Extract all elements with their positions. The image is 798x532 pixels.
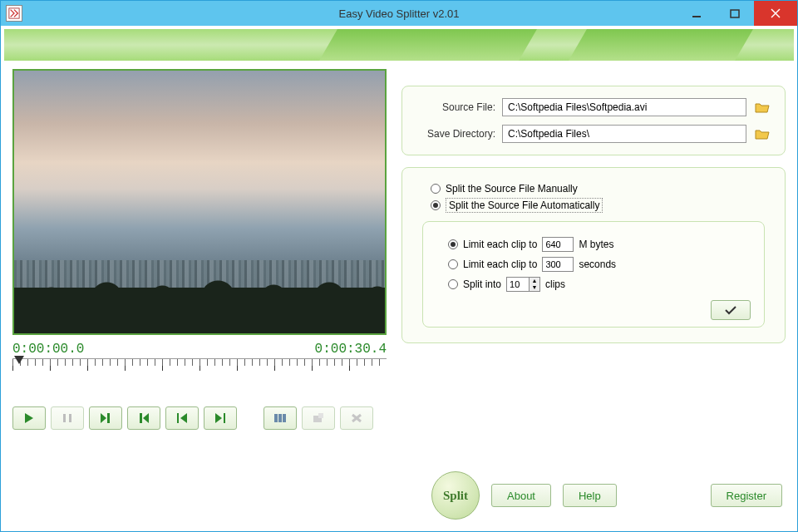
app-icon xyxy=(6,5,22,22)
svg-rect-7 xyxy=(69,414,71,422)
video-preview xyxy=(12,69,387,335)
source-file-input[interactable] xyxy=(502,98,746,116)
minimize-button[interactable] xyxy=(677,1,716,26)
svg-rect-17 xyxy=(278,414,282,422)
svg-marker-8 xyxy=(101,413,106,423)
radio-auto[interactable] xyxy=(431,200,441,210)
limit-seconds-suffix: seconds xyxy=(579,259,616,270)
split-mode-group: Split the Source File Manually Split the… xyxy=(401,167,786,343)
radio-auto-label: Split the Source File Automatically xyxy=(446,198,603,213)
timeline-ruler[interactable] xyxy=(12,358,387,378)
delete-marker-button[interactable] xyxy=(340,406,373,430)
mark-start-button[interactable] xyxy=(264,406,297,430)
limit-seconds-input[interactable] xyxy=(542,257,574,272)
svg-rect-6 xyxy=(63,414,66,422)
help-button[interactable]: Help xyxy=(563,484,617,507)
svg-rect-9 xyxy=(107,413,110,423)
mark-end-button[interactable] xyxy=(302,406,335,430)
close-button[interactable] xyxy=(754,1,797,26)
next-marker-button[interactable] xyxy=(204,406,237,430)
svg-rect-18 xyxy=(283,414,286,422)
limit-seconds-prefix: Limit each clip to xyxy=(463,259,537,270)
file-paths-group: Source File: Save Directory: xyxy=(401,86,786,155)
timeline-marker[interactable] xyxy=(14,356,24,364)
save-dir-input[interactable] xyxy=(502,125,746,143)
decorative-band xyxy=(4,29,794,61)
svg-rect-11 xyxy=(140,413,142,423)
svg-rect-15 xyxy=(224,413,225,423)
svg-rect-12 xyxy=(177,413,179,423)
play-button[interactable] xyxy=(12,406,46,430)
limit-size-prefix: Limit each clip to xyxy=(463,239,537,250)
timeline-start: 0:00:00.0 xyxy=(12,342,84,357)
radio-split-count[interactable] xyxy=(448,279,458,289)
titlebar: Easy Video Splitter v2.01 xyxy=(1,1,797,26)
radio-limit-seconds[interactable] xyxy=(448,259,458,269)
svg-marker-10 xyxy=(143,413,149,423)
svg-marker-5 xyxy=(25,413,33,423)
prev-marker-button[interactable] xyxy=(165,406,199,430)
split-button[interactable]: Split xyxy=(431,471,480,520)
confirm-auto-button[interactable] xyxy=(711,300,751,320)
register-button[interactable]: Register xyxy=(711,484,782,507)
svg-marker-13 xyxy=(180,413,187,423)
browse-source-button[interactable] xyxy=(753,99,771,116)
radio-manual-label: Split the Source File Manually xyxy=(446,183,578,195)
limit-size-suffix: M bytes xyxy=(579,239,613,250)
svg-marker-14 xyxy=(215,413,222,423)
svg-rect-2 xyxy=(731,10,739,17)
limit-size-input[interactable] xyxy=(542,237,574,252)
split-count-suffix: clips xyxy=(545,278,565,290)
step-back-button[interactable] xyxy=(127,406,160,430)
save-dir-label: Save Directory: xyxy=(416,128,495,140)
radio-manual[interactable] xyxy=(431,184,441,194)
source-file-label: Source File: xyxy=(416,101,495,113)
browse-save-button[interactable] xyxy=(753,126,771,142)
split-count-input[interactable] xyxy=(506,277,530,292)
split-count-prefix: Split into xyxy=(463,278,501,290)
svg-rect-16 xyxy=(274,414,278,422)
split-count-down[interactable]: ▼ xyxy=(530,284,539,291)
radio-limit-size[interactable] xyxy=(448,239,458,249)
auto-options-group: Limit each clip to M bytes Limit each cl… xyxy=(422,221,765,328)
step-forward-button[interactable] xyxy=(89,406,122,430)
svg-rect-20 xyxy=(318,413,323,418)
about-button[interactable]: About xyxy=(491,484,551,507)
split-count-up[interactable]: ▲ xyxy=(530,278,539,284)
maximize-button[interactable] xyxy=(716,1,754,26)
timeline-end: 0:00:30.4 xyxy=(315,342,387,357)
pause-button[interactable] xyxy=(51,406,84,430)
